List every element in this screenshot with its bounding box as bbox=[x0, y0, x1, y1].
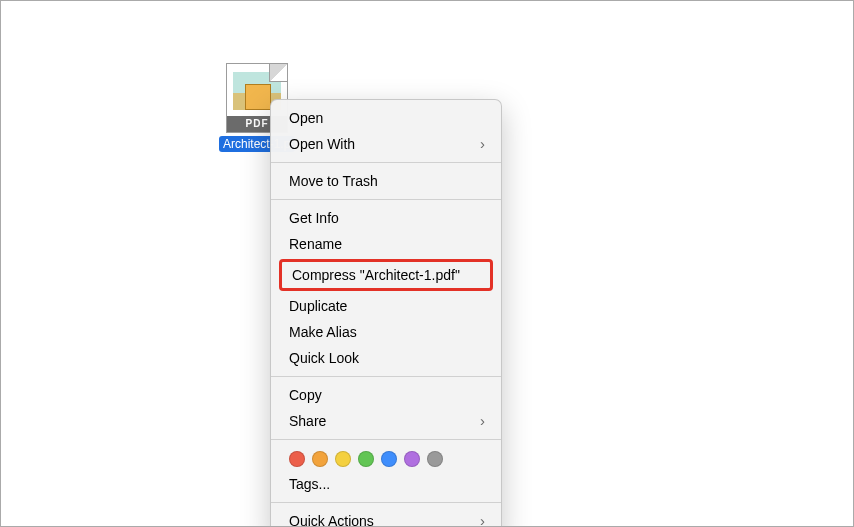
chevron-right-icon: › bbox=[480, 412, 485, 430]
menu-label: Make Alias bbox=[289, 323, 357, 341]
menu-separator bbox=[271, 502, 501, 503]
tag-red[interactable] bbox=[289, 451, 305, 467]
menu-get-info[interactable]: Get Info bbox=[271, 205, 501, 231]
menu-label: Open bbox=[289, 109, 323, 127]
menu-quick-look[interactable]: Quick Look bbox=[271, 345, 501, 371]
menu-separator bbox=[271, 199, 501, 200]
menu-share[interactable]: Share › bbox=[271, 408, 501, 434]
menu-label: Quick Actions bbox=[289, 512, 374, 527]
tag-yellow[interactable] bbox=[335, 451, 351, 467]
menu-make-alias[interactable]: Make Alias bbox=[271, 319, 501, 345]
menu-rename[interactable]: Rename bbox=[271, 231, 501, 257]
menu-separator bbox=[271, 376, 501, 377]
menu-label: Move to Trash bbox=[289, 172, 378, 190]
menu-label: Tags... bbox=[289, 475, 330, 493]
menu-duplicate[interactable]: Duplicate bbox=[271, 293, 501, 319]
tag-purple[interactable] bbox=[404, 451, 420, 467]
menu-label: Duplicate bbox=[289, 297, 347, 315]
menu-separator bbox=[271, 162, 501, 163]
menu-move-to-trash[interactable]: Move to Trash bbox=[271, 168, 501, 194]
menu-label: Copy bbox=[289, 386, 322, 404]
menu-label: Open With bbox=[289, 135, 355, 153]
menu-label: Get Info bbox=[289, 209, 339, 227]
menu-tags[interactable]: Tags... bbox=[271, 471, 501, 497]
desktop-area: PDF Architect-1.pdf Open Open With › Mov… bbox=[1, 1, 853, 526]
menu-separator bbox=[271, 439, 501, 440]
menu-label: Rename bbox=[289, 235, 342, 253]
tag-orange[interactable] bbox=[312, 451, 328, 467]
tag-gray[interactable] bbox=[427, 451, 443, 467]
menu-label: Quick Look bbox=[289, 349, 359, 367]
menu-label: Compress "Architect-1.pdf" bbox=[292, 266, 460, 284]
tag-color-row bbox=[271, 445, 501, 471]
tag-green[interactable] bbox=[358, 451, 374, 467]
menu-label: Share bbox=[289, 412, 326, 430]
context-menu: Open Open With › Move to Trash Get Info … bbox=[270, 99, 502, 527]
tag-blue[interactable] bbox=[381, 451, 397, 467]
menu-quick-actions[interactable]: Quick Actions › bbox=[271, 508, 501, 527]
menu-copy[interactable]: Copy bbox=[271, 382, 501, 408]
menu-open[interactable]: Open bbox=[271, 105, 501, 131]
chevron-right-icon: › bbox=[480, 135, 485, 153]
menu-compress[interactable]: Compress "Architect-1.pdf" bbox=[279, 259, 493, 291]
menu-open-with[interactable]: Open With › bbox=[271, 131, 501, 157]
chevron-right-icon: › bbox=[480, 512, 485, 527]
